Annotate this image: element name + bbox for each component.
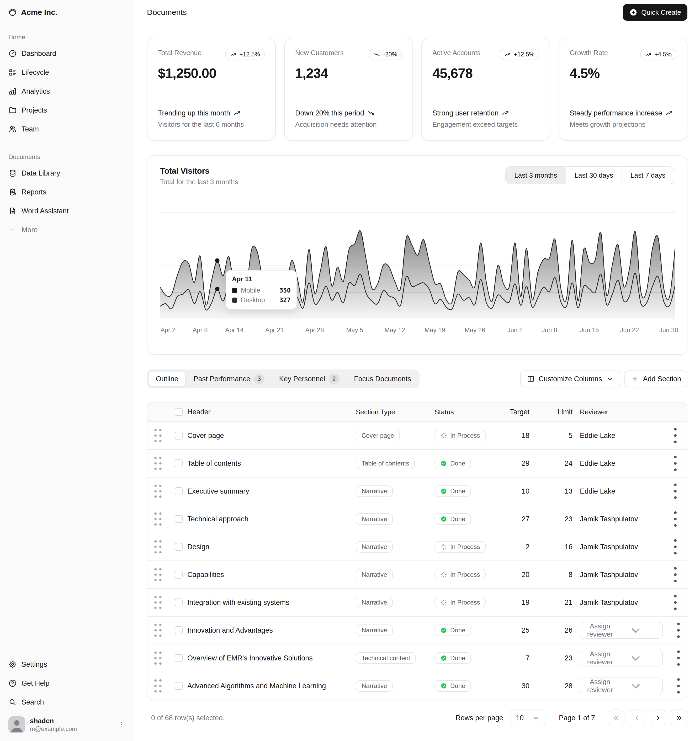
limit-value[interactable]: 26 bbox=[537, 626, 580, 634]
target-value[interactable]: 27 bbox=[508, 515, 537, 523]
row-menu-button[interactable] bbox=[667, 674, 687, 697]
tab-outline[interactable]: Outline bbox=[149, 371, 186, 387]
sidebar-item-search[interactable]: Search bbox=[4, 694, 129, 710]
target-value[interactable]: 25 bbox=[508, 626, 537, 634]
sidebar-item-analytics[interactable]: Analytics bbox=[4, 83, 129, 100]
row-header[interactable]: Advanced Algorithms and Machine Learning bbox=[185, 682, 356, 690]
quick-create-button[interactable]: Quick Create bbox=[623, 4, 687, 21]
rows-per-page-select[interactable]: 10 bbox=[510, 710, 545, 726]
target-value[interactable]: 7 bbox=[508, 654, 537, 662]
target-value[interactable]: 2 bbox=[508, 543, 537, 551]
drag-handle[interactable] bbox=[147, 453, 168, 474]
range-last-3-months[interactable]: Last 3 months bbox=[506, 167, 565, 184]
target-value[interactable]: 29 bbox=[508, 459, 537, 468]
drag-handle[interactable] bbox=[147, 648, 168, 669]
tab-key-personnel[interactable]: Key Personnel2 bbox=[272, 371, 346, 387]
row-checkbox[interactable] bbox=[175, 515, 182, 523]
row-header[interactable]: Technical approach bbox=[185, 515, 356, 523]
row-menu-button[interactable] bbox=[667, 619, 687, 642]
limit-value[interactable]: 24 bbox=[537, 459, 580, 468]
assign-reviewer-select[interactable]: Assign reviewer bbox=[580, 622, 663, 639]
next-page-button[interactable] bbox=[650, 710, 666, 726]
row-checkbox[interactable] bbox=[175, 571, 182, 579]
add-section-button[interactable]: Add Section bbox=[624, 370, 687, 387]
selection-summary: 0 of 68 row(s) selected. bbox=[147, 714, 225, 722]
limit-value[interactable]: 5 bbox=[537, 432, 580, 440]
status-badge: In Process bbox=[434, 430, 486, 441]
tab-past-performance[interactable]: Past Performance3 bbox=[187, 371, 271, 387]
row-checkbox[interactable] bbox=[175, 487, 182, 495]
row-menu-button[interactable] bbox=[664, 507, 687, 531]
row-checkbox[interactable] bbox=[175, 432, 182, 440]
sidebar-item-more[interactable]: More bbox=[4, 222, 129, 238]
row-header[interactable]: Innovation and Advantages bbox=[185, 626, 356, 634]
sidebar-item-projects[interactable]: Projects bbox=[4, 102, 129, 119]
range-last-30-days[interactable]: Last 30 days bbox=[566, 167, 622, 184]
prev-page-button[interactable] bbox=[629, 710, 646, 726]
sidebar-item-data-library[interactable]: Data Library bbox=[4, 165, 129, 182]
drag-handle[interactable] bbox=[147, 675, 168, 696]
drag-handle[interactable] bbox=[147, 592, 168, 613]
target-value[interactable]: 10 bbox=[508, 487, 537, 495]
sidebar-item-team[interactable]: Team bbox=[4, 121, 129, 138]
row-menu-button[interactable] bbox=[664, 563, 687, 586]
sidebar-item-word-assistant[interactable]: Word Assistant bbox=[4, 203, 129, 219]
row-header[interactable]: Overview of EMR's Innovative Solutions bbox=[185, 654, 356, 662]
table-header-row: Header Section Type Status Target Limit … bbox=[147, 403, 687, 421]
limit-value[interactable]: 13 bbox=[537, 487, 580, 495]
first-page-button[interactable] bbox=[607, 710, 624, 726]
drag-handle[interactable] bbox=[147, 481, 168, 502]
target-value[interactable]: 19 bbox=[508, 598, 537, 607]
row-menu-button[interactable] bbox=[664, 535, 687, 559]
sidebar-item-reports[interactable]: Reports bbox=[4, 184, 129, 200]
last-page-button[interactable] bbox=[671, 710, 687, 726]
sidebar-item-dashboard[interactable]: Dashboard bbox=[4, 45, 129, 62]
row-header[interactable]: Integration with existing systems bbox=[185, 598, 356, 607]
limit-value[interactable]: 23 bbox=[537, 515, 580, 523]
drag-handle[interactable] bbox=[147, 425, 168, 446]
row-header[interactable]: Executive summary bbox=[185, 487, 356, 495]
drag-handle[interactable] bbox=[147, 536, 168, 557]
row-checkbox[interactable] bbox=[175, 654, 182, 662]
row-menu-button[interactable] bbox=[664, 480, 687, 503]
row-checkbox[interactable] bbox=[175, 459, 182, 468]
tab-focus-documents[interactable]: Focus Documents bbox=[347, 371, 418, 387]
row-header[interactable]: Design bbox=[185, 543, 356, 551]
x-tick: Apr 21 bbox=[265, 326, 284, 334]
user-menu[interactable]: shadcn m@example.com bbox=[4, 713, 129, 737]
row-menu-button[interactable] bbox=[667, 647, 687, 670]
drag-handle[interactable] bbox=[147, 620, 168, 641]
row-menu-button[interactable] bbox=[664, 591, 687, 614]
range-last-7-days[interactable]: Last 7 days bbox=[622, 167, 674, 184]
sidebar-item-get-help[interactable]: Get Help bbox=[4, 675, 129, 692]
sidebar-item-settings[interactable]: Settings bbox=[4, 656, 129, 673]
row-checkbox[interactable] bbox=[175, 626, 182, 634]
drag-handle[interactable] bbox=[147, 509, 168, 529]
row-menu-button[interactable] bbox=[664, 452, 687, 475]
sidebar-item-lifecycle[interactable]: Lifecycle bbox=[4, 64, 129, 81]
assign-reviewer-select[interactable]: Assign reviewer bbox=[580, 678, 663, 694]
limit-value[interactable]: 23 bbox=[537, 654, 580, 662]
limit-value[interactable]: 16 bbox=[537, 543, 580, 551]
row-header[interactable]: Cover page bbox=[185, 432, 356, 440]
limit-value[interactable]: 8 bbox=[537, 571, 580, 579]
target-value[interactable]: 18 bbox=[508, 432, 537, 440]
drag-handle[interactable] bbox=[147, 564, 168, 585]
limit-value[interactable]: 28 bbox=[537, 682, 580, 690]
customize-columns-button[interactable]: Customize Columns bbox=[520, 370, 621, 387]
row-checkbox[interactable] bbox=[175, 543, 182, 551]
user-menu-icon[interactable] bbox=[117, 720, 125, 729]
row-menu-button[interactable] bbox=[664, 424, 687, 447]
target-value[interactable]: 20 bbox=[508, 571, 537, 579]
row-header[interactable]: Table of contents bbox=[185, 459, 356, 468]
table-row-executive-summary: Executive summaryNarrativeDone1013Eddie … bbox=[147, 477, 687, 505]
limit-value[interactable]: 21 bbox=[537, 598, 580, 607]
target-value[interactable]: 30 bbox=[508, 682, 537, 690]
sidebar-group-home: HomeDashboardLifecycleAnalyticsProjectsT… bbox=[4, 29, 129, 138]
assign-reviewer-select[interactable]: Assign reviewer bbox=[580, 650, 663, 666]
row-checkbox[interactable] bbox=[175, 682, 182, 690]
row-checkbox[interactable] bbox=[175, 598, 182, 606]
row-header[interactable]: Capabilities bbox=[185, 571, 356, 579]
sidebar-brand[interactable]: Acme Inc. bbox=[0, 0, 134, 25]
select-all-checkbox[interactable] bbox=[175, 408, 182, 416]
